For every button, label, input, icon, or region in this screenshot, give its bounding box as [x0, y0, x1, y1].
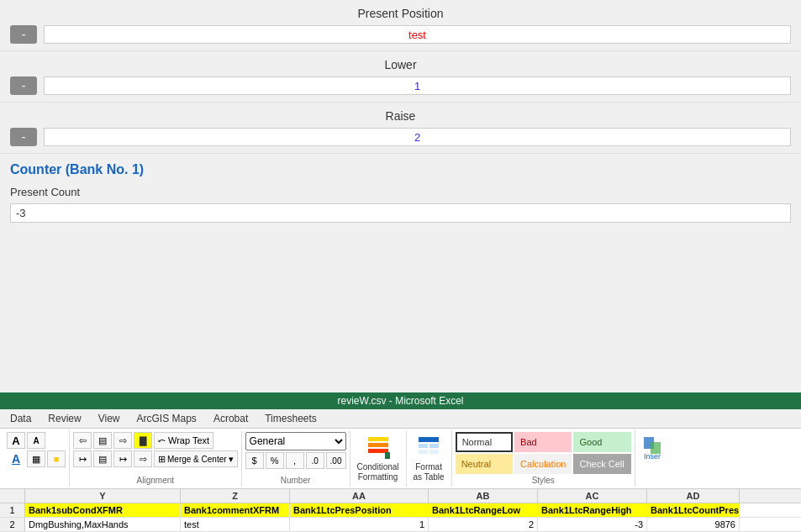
cell-Y2[interactable]: DmgBushing,MaxHands [25, 518, 181, 531]
tab-acrobat[interactable]: Acrobat [205, 409, 256, 428]
raise-minus-button[interactable]: - [10, 128, 37, 146]
underline-button[interactable]: A [7, 450, 25, 467]
svg-rect-4 [419, 437, 439, 442]
style-neutral-button[interactable]: Neutral [456, 454, 513, 474]
number-group: General Number Currency Date Text $ % , … [242, 430, 350, 487]
merge-center-button[interactable]: ⊞ Merge & Center ▾ [154, 450, 238, 467]
border-button[interactable]: ▦ [27, 450, 45, 467]
excel-title-bar: revieW.csv - Microsoft Excel [0, 392, 801, 409]
style-check-cell-button[interactable]: Check Cell [573, 454, 630, 474]
merge-center-label: Merge & Center [167, 455, 227, 464]
row-number-header-blank [0, 489, 25, 503]
present-position-input[interactable] [44, 25, 791, 44]
col-header-Y[interactable]: Y [25, 489, 181, 503]
wrap-text-button[interactable]: ⤺ Wrap Text [154, 432, 213, 449]
number-format-select[interactable]: General Number Currency Date Text [245, 432, 346, 450]
col-header-AA[interactable]: AA [290, 489, 429, 503]
excel-title: revieW.csv - Microsoft Excel [337, 395, 463, 407]
present-position-label: Present Position [10, 7, 791, 20]
cell-AD2[interactable]: 9876 [647, 518, 740, 531]
font-size-row: A A [7, 432, 66, 449]
styles-group: Normal Bad Good Neutral Calculation Chec… [452, 430, 635, 487]
cell-AA2[interactable]: 1 [290, 518, 429, 531]
cell-Z1[interactable]: Bank1commentXFRM [181, 503, 290, 517]
merge-icon: ⊞ [158, 454, 166, 465]
align-left-button[interactable]: ⇦ [73, 432, 92, 449]
col-header-Z[interactable]: Z [181, 489, 290, 503]
svg-rect-0 [368, 437, 388, 441]
styles-group-label: Styles [456, 476, 631, 485]
conditional-formatting-button[interactable]: ConditionalFormatting [350, 430, 407, 487]
format-table-icon [415, 434, 442, 461]
tab-view[interactable]: View [90, 409, 129, 428]
merge-dropdown-icon[interactable]: ▾ [229, 454, 234, 465]
style-bad-button[interactable]: Bad [514, 432, 572, 452]
alignment-group-label: Alignment [73, 476, 238, 485]
tab-timesheets[interactable]: Timesheets [256, 409, 325, 428]
cell-AC2[interactable]: -3 [538, 518, 647, 531]
increase-font-button[interactable]: A [7, 432, 25, 449]
raise-input[interactable] [44, 128, 791, 146]
cell-Z2[interactable]: test [181, 518, 290, 531]
present-count-value: -3 [10, 203, 791, 223]
format-table-button[interactable]: Formatas Table [407, 430, 452, 487]
row-num-1: 1 [0, 503, 25, 517]
present-position-minus-button[interactable]: - [10, 25, 37, 44]
svg-rect-7 [419, 450, 428, 454]
lower-minus-button[interactable]: - [10, 76, 37, 95]
svg-rect-1 [368, 443, 388, 447]
align-bottom-row: ↦ ▤ ↦ ⇨ ⊞ Merge & Center ▾ [73, 450, 238, 467]
cell-AC1[interactable]: Bank1LtcRangeHigh [538, 503, 647, 517]
svg-text:Inser: Inser [644, 452, 661, 461]
style-calculation-button[interactable]: Calculation [514, 454, 572, 474]
cond-format-label: ConditionalFormatting [357, 462, 399, 482]
currency-button[interactable]: $ [245, 452, 264, 469]
cell-AB1[interactable]: Bank1LtcRangeLow [429, 503, 538, 517]
tab-review[interactable]: Review [40, 409, 89, 428]
present-position-row: Present Position - [0, 0, 801, 51]
col-header-AB[interactable]: AB [429, 489, 538, 503]
cell-AA1[interactable]: Bank1LtcPresPosition [290, 503, 429, 517]
top-panel: Present Position - Lower - Raise - Count… [0, 0, 801, 223]
lower-input[interactable] [44, 76, 791, 95]
raise-label: Raise [10, 109, 791, 123]
decrease-font-button[interactable]: A [27, 432, 45, 449]
percent-button[interactable]: % [266, 452, 284, 469]
header-data-row: 1 Bank1subCondXFMR Bank1commentXFRM Bank… [0, 503, 801, 518]
decrease-decimal-button[interactable]: .00 [326, 452, 346, 469]
comma-button[interactable]: , [286, 452, 304, 469]
font-style-row: A ▦ ■ [7, 450, 66, 467]
counter-title: Counter (Bank No. 1) [0, 154, 801, 182]
excel-window: revieW.csv - Microsoft Excel Data Review… [0, 392, 801, 532]
cell-AD1[interactable]: Bank1LtcCountPres [647, 503, 740, 517]
svg-rect-5 [419, 444, 428, 448]
highlight-button[interactable]: ▇ [134, 432, 152, 449]
tab-arcgis[interactable]: ArcGIS Maps [129, 409, 205, 428]
ribbon-tabs: Data Review View ArcGIS Maps Acrobat Tim… [0, 409, 801, 429]
col-header-AD[interactable]: AD [647, 489, 740, 503]
row-num-2: 2 [0, 518, 25, 531]
fill-color-button[interactable]: ■ [47, 450, 66, 467]
tab-data[interactable]: Data [2, 409, 40, 428]
svg-rect-8 [429, 450, 439, 454]
style-good-button[interactable]: Good [573, 432, 630, 452]
wrap-text-icon: ⤺ [158, 435, 166, 446]
align-center-button[interactable]: ▤ [93, 432, 112, 449]
align-right2-button[interactable]: ↦ [113, 450, 132, 467]
align-right-button[interactable]: ⇨ [113, 432, 132, 449]
svg-rect-3 [385, 452, 390, 459]
font-group-label [7, 483, 66, 485]
data-row-2: 2 DmgBushing,MaxHands test 1 2 -3 9876 [0, 518, 801, 532]
style-normal-button[interactable]: Normal [456, 432, 513, 452]
align-center2-button[interactable]: ▤ [93, 450, 112, 467]
align-left2-button[interactable]: ↦ [73, 450, 92, 467]
insert-button[interactable]: Inser [640, 434, 664, 461]
lower-row: Lower - [0, 51, 801, 103]
cell-AB2[interactable]: 2 [429, 518, 538, 531]
increase-decimal-button[interactable]: .0 [306, 452, 324, 469]
indent-button[interactable]: ⇨ [134, 450, 152, 467]
number-group-label: Number [245, 476, 346, 485]
format-table-label: Formatas Table [414, 462, 445, 482]
col-header-AC[interactable]: AC [538, 489, 647, 503]
cell-Y1[interactable]: Bank1subCondXFMR [25, 503, 181, 517]
